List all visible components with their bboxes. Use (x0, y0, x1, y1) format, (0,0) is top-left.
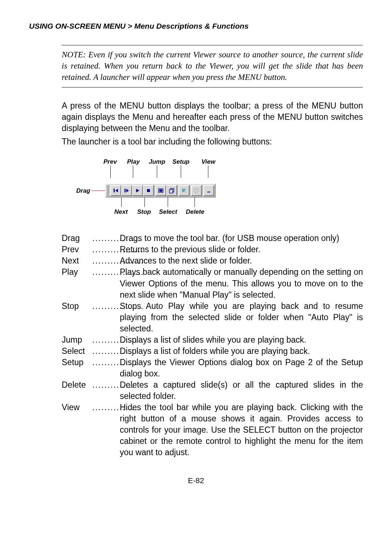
svg-marker-1 (115, 189, 118, 192)
label-stop: Stop (137, 208, 151, 216)
separator (177, 185, 178, 196)
label-view: View (201, 158, 215, 166)
tick (168, 197, 168, 207)
definition-row: Jump ............... Displays a list of … (62, 334, 363, 346)
svg-marker-3 (126, 189, 129, 192)
separator (202, 185, 203, 196)
stop-button (143, 185, 154, 196)
delete-button (191, 185, 202, 196)
prev-button (110, 185, 121, 196)
definition-term: Setup (62, 357, 92, 368)
separator (154, 185, 155, 196)
definition-description: Deletes a captured slide(s) or all the c… (120, 379, 363, 402)
toolbar (105, 184, 216, 197)
page: USING ON-SCREEN MENU > Menu Descriptions… (0, 0, 392, 499)
definition-term: Next (62, 255, 92, 266)
setup-button (179, 185, 189, 196)
definition-term: Prev (62, 244, 92, 255)
svg-rect-5 (147, 189, 150, 192)
tick (195, 197, 195, 207)
label-jump: Jump (149, 158, 165, 166)
note-block: NOTE: Even if you switch the current Vie… (62, 45, 363, 87)
tick (121, 197, 122, 207)
play-button (132, 185, 143, 196)
svg-rect-2 (124, 189, 126, 192)
definition-term: Drag (62, 233, 92, 244)
definition-term: Select (62, 346, 92, 357)
tick (144, 197, 145, 207)
view-button (203, 185, 214, 196)
svg-rect-12 (207, 192, 210, 192)
definition-term: Jump (62, 334, 92, 346)
label-drag: Drag (76, 187, 90, 195)
tick-highlight (91, 191, 106, 191)
tick (110, 166, 111, 178)
label-play: Play (127, 158, 140, 166)
definition-description: Drags to move the tool bar. (for USB mou… (120, 233, 363, 244)
svg-rect-0 (114, 189, 115, 192)
definition-description: Plays back automatically or manually dep… (120, 266, 363, 300)
label-setup: Setup (172, 158, 189, 166)
label-select: Select (159, 208, 177, 216)
drag-handle (107, 185, 109, 196)
toolbar-diagram: Prev Play Jump Setup View Drag (73, 158, 229, 220)
definition-row: Setup ............... Displays the Viewe… (62, 357, 363, 379)
definition-term: Delete (62, 379, 92, 391)
definition-description: Stops Auto Play while you are playing ba… (120, 301, 363, 334)
paragraph-1: A press of the MENU button displays the … (62, 100, 363, 134)
svg-rect-9 (170, 189, 173, 193)
separator (190, 185, 191, 196)
definitions-list: Drag ................ Drags to move the … (62, 233, 363, 458)
svg-rect-7 (159, 189, 162, 192)
label-next: Next (114, 208, 128, 216)
tick (181, 166, 181, 178)
label-prev: Prev (103, 158, 117, 166)
select-button (166, 185, 177, 196)
definition-description: Displays a list of folders while you are… (120, 346, 363, 357)
tick (133, 166, 133, 178)
definition-row: Stop ................. Stops Auto Play w… (62, 301, 363, 334)
page-number: E-82 (29, 476, 363, 485)
definition-row: Select .............. Displays a list of… (62, 346, 363, 357)
toolbar-visual (105, 184, 216, 197)
definition-row: Delete .............. Deletes a captured… (62, 379, 363, 402)
page-header: USING ON-SCREEN MENU > Menu Descriptions… (29, 22, 363, 30)
definition-description: Returns to the previous slide or folder. (120, 244, 363, 255)
definition-term: Play (62, 266, 92, 278)
paragraph-2: The launcher is a tool bar including the… (62, 136, 363, 147)
jump-button (155, 185, 166, 196)
svg-marker-4 (136, 189, 139, 192)
definition-description: Displays the Viewer Options dialog box o… (120, 357, 363, 379)
definition-row: Drag ................ Drags to move the … (62, 233, 363, 244)
definition-description: Advances to the next slide or folder. (120, 255, 363, 266)
svg-marker-10 (182, 189, 186, 193)
content-area: NOTE: Even if you switch the current Vie… (62, 45, 363, 458)
definition-row: Next ................. Advances to the n… (62, 255, 363, 266)
definition-row: Prev ................. Returns to the pr… (62, 244, 363, 255)
tick (208, 166, 208, 178)
definition-row: View ................ Hides the tool bar… (62, 402, 363, 458)
next-button (121, 185, 132, 196)
definition-description: Hides the tool bar while you are playing… (120, 402, 363, 458)
definition-term: Stop (62, 301, 92, 312)
label-delete: Delete (186, 208, 204, 216)
definition-term: View (62, 402, 92, 413)
definition-description: Displays a list of slides while you are … (120, 334, 363, 346)
definition-row: Play ................. Plays back automa… (62, 266, 363, 300)
tick (157, 166, 157, 178)
